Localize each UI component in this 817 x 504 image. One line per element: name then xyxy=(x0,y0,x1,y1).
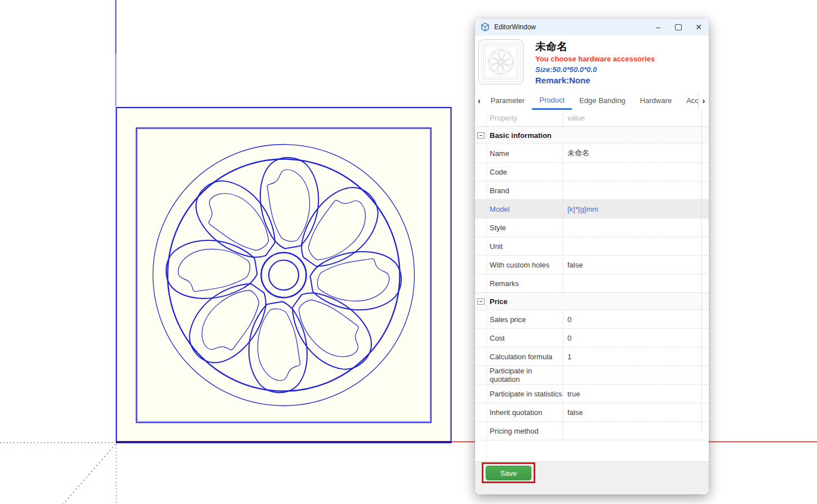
row-value[interactable]: 1 xyxy=(563,347,709,365)
dialog-header: 未命名 You choose hardware accessories Size… xyxy=(475,35,709,91)
row-label: Unit xyxy=(487,237,563,255)
row-label: Pricing method xyxy=(487,422,563,440)
table-row-style[interactable]: Style xyxy=(475,218,709,237)
row-value[interactable] xyxy=(563,237,709,255)
product-name: 未命名 xyxy=(535,41,655,53)
tab-edge-banding[interactable]: Edge Banding xyxy=(572,91,633,110)
hardware-warning-text: You choose hardware accessories xyxy=(535,55,655,63)
row-label: Name xyxy=(487,144,563,162)
tab-product[interactable]: Product xyxy=(532,91,572,110)
table-row-inherit-quotation[interactable]: Inherit quotation false xyxy=(475,403,709,421)
product-thumbnail xyxy=(478,39,523,84)
table-row-participate-in-statistics[interactable]: Participate in statistics true xyxy=(475,384,709,403)
table-gutter-line xyxy=(486,110,487,461)
row-label: Participate in quotation xyxy=(487,366,563,384)
green-axis-dotted xyxy=(63,444,116,504)
row-value[interactable]: 未命名 xyxy=(563,144,709,162)
row-label: Calculation formula xyxy=(487,347,563,365)
table-row-unit[interactable]: Unit xyxy=(475,237,709,255)
row-value[interactable]: 0 xyxy=(563,329,709,347)
window-title: EditorWindow xyxy=(494,23,536,31)
sketchup-logo-icon xyxy=(481,23,490,32)
row-value[interactable] xyxy=(563,163,709,181)
row-label: Brand xyxy=(487,181,563,199)
row-label: Style xyxy=(487,218,563,237)
row-value[interactable] xyxy=(563,181,709,199)
column-value: value xyxy=(563,110,709,126)
table-row-participate-in-quotation[interactable]: Participate in quotation xyxy=(475,365,709,384)
row-value[interactable]: [k]*[g]mm xyxy=(563,200,709,218)
section-title: Price xyxy=(487,293,508,310)
table-row-calculation-formula[interactable]: Calculation formula 1 xyxy=(475,347,709,365)
tab-hardware[interactable]: Hardware xyxy=(633,91,679,110)
row-label: With custom holes xyxy=(487,256,563,274)
table-row-name[interactable]: Name 未命名 xyxy=(475,144,709,162)
product-thumbnail-image xyxy=(481,42,521,82)
section-price[interactable]: Price xyxy=(475,292,709,310)
tab-scroll-left-icon[interactable]: ‹ xyxy=(475,91,483,110)
row-label: Model xyxy=(487,200,563,218)
row-value[interactable]: false xyxy=(563,403,709,421)
table-row-code[interactable]: Code xyxy=(475,162,709,181)
row-label: Code xyxy=(487,163,563,181)
row-label: Remarks xyxy=(487,274,563,292)
tab-bar: ‹ Parameter Product Edge Banding Hardwar… xyxy=(475,91,709,110)
table-right-border xyxy=(701,110,702,430)
table-row-sales-price[interactable]: Sales price 0 xyxy=(475,310,709,328)
section-title: Basic information xyxy=(487,127,552,144)
maximize-icon xyxy=(675,24,682,30)
row-value[interactable]: 0 xyxy=(563,310,709,328)
size-text: Size:50.0*50.0*0.0 xyxy=(535,65,655,74)
title-bar[interactable]: EditorWindow – ✕ xyxy=(475,19,709,35)
table-row-with-custom-holes[interactable]: With custom holes false xyxy=(475,255,709,274)
collapse-icon[interactable] xyxy=(477,298,485,305)
tab-parameter[interactable]: Parameter xyxy=(483,91,532,110)
table-row-cost[interactable]: Cost 0 xyxy=(475,328,709,347)
row-label: Sales price xyxy=(487,310,563,328)
maximize-button[interactable] xyxy=(668,19,689,35)
dialog-footer: Save xyxy=(475,461,709,494)
table-row-pricing-method[interactable]: Pricing method xyxy=(475,421,709,440)
row-value[interactable] xyxy=(563,218,709,237)
row-label: Inherit quotation xyxy=(487,403,563,421)
table-row-remarks[interactable]: Remarks xyxy=(475,274,709,292)
section-basic-information[interactable]: Basic information xyxy=(475,126,709,144)
editor-window: EditorWindow – ✕ 未命名 You choose hardware… xyxy=(475,19,709,494)
property-table: Property value Basic information Name 未命… xyxy=(475,110,709,461)
row-value[interactable]: true xyxy=(563,385,709,403)
table-row-brand[interactable]: Brand xyxy=(475,181,709,199)
column-property: Property xyxy=(487,110,563,126)
collapse-icon[interactable] xyxy=(477,132,485,139)
row-label: Participate in statistics xyxy=(487,385,563,403)
row-value[interactable]: false xyxy=(563,256,709,274)
row-value[interactable] xyxy=(563,366,709,384)
save-button[interactable]: Save xyxy=(486,466,531,480)
tab-accessories[interactable]: Accessories xyxy=(679,91,698,110)
row-label: Cost xyxy=(487,329,563,347)
remark-text: Remark:None xyxy=(535,75,655,85)
row-value[interactable] xyxy=(563,422,709,440)
table-header-row: Property value xyxy=(475,110,709,126)
table-row-model[interactable]: Model [k]*[g]mm xyxy=(475,199,709,218)
row-value[interactable] xyxy=(563,274,709,292)
close-button[interactable]: ✕ xyxy=(689,19,709,35)
minimize-button[interactable]: – xyxy=(648,19,668,35)
tab-scroll-right-icon[interactable]: › xyxy=(698,91,709,110)
